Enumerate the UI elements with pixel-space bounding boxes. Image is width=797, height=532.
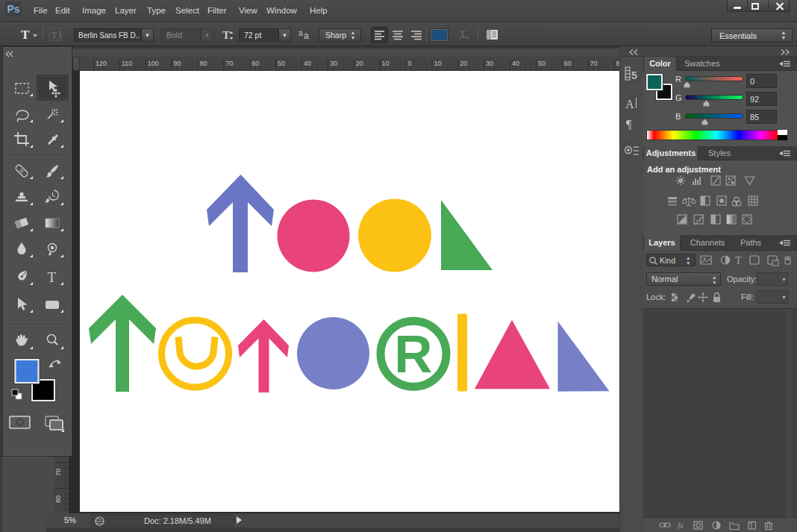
svg-text:A: A (625, 98, 634, 110)
svg-text:70: 70 (225, 60, 233, 67)
svg-text:120: 120 (96, 60, 107, 67)
svg-text:80: 80 (54, 495, 62, 503)
svg-text:40: 40 (512, 60, 519, 67)
svg-text:T: T (51, 30, 57, 40)
svg-text:110: 110 (122, 60, 132, 67)
svg-text:a: a (304, 31, 309, 41)
svg-text:R: R (394, 325, 432, 384)
svg-text:100: 100 (148, 60, 159, 67)
svg-text:a: a (299, 29, 303, 37)
svg-text:50: 50 (278, 60, 285, 67)
svg-text:30: 30 (330, 60, 337, 67)
svg-text:T: T (735, 255, 742, 266)
svg-text:80: 80 (200, 60, 207, 67)
svg-text:70: 70 (590, 60, 598, 67)
svg-text:50: 50 (538, 60, 546, 67)
svg-text:90: 90 (174, 60, 181, 67)
svg-text:5: 5 (631, 69, 637, 81)
svg-text:¶: ¶ (626, 118, 632, 131)
svg-text:60: 60 (564, 60, 572, 67)
svg-text:T: T (21, 28, 30, 42)
svg-text:10: 10 (434, 60, 441, 67)
svg-text:20: 20 (356, 60, 363, 67)
svg-text:T: T (222, 29, 230, 41)
svg-text:70: 70 (54, 469, 62, 476)
svg-text:40: 40 (304, 60, 311, 67)
svg-text:20: 20 (460, 60, 467, 67)
svg-text:10: 10 (382, 60, 390, 67)
svg-text:30: 30 (486, 60, 493, 67)
svg-text:fx: fx (678, 521, 684, 530)
svg-text:T: T (48, 269, 57, 285)
svg-text:60: 60 (251, 60, 259, 67)
svg-text:0: 0 (408, 60, 412, 67)
